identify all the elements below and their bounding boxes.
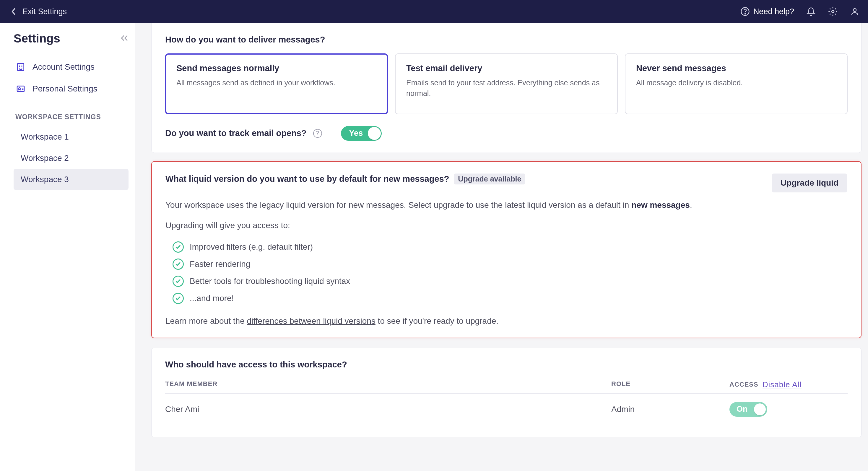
- sidebar-item-workspace-3[interactable]: Workspace 3: [13, 169, 128, 190]
- collapse-sidebar-button[interactable]: [120, 35, 128, 43]
- svg-point-2: [832, 10, 834, 13]
- option-desc: Emails send to your test address. Everyt…: [406, 77, 607, 99]
- liquid-upgrade-card: What liquid version do you want to use b…: [151, 161, 862, 338]
- help-icon: [740, 7, 750, 16]
- benefit-item: Faster rendering: [173, 256, 847, 273]
- deliver-heading: How do you want to deliver messages?: [165, 35, 848, 44]
- upgrade-liquid-button[interactable]: Upgrade liquid: [772, 173, 847, 193]
- benefits-list: Improved filters (e.g. default filter) F…: [173, 238, 847, 307]
- sidebar-item-personal[interactable]: Personal Settings: [13, 80, 128, 98]
- toggle-knob: [368, 127, 381, 140]
- table-header: TEAM MEMBER ROLE ACCESS Disable All: [165, 380, 848, 394]
- benefit-item: Improved filters (e.g. default filter): [173, 238, 847, 256]
- option-desc: All messages send as defined in your wor…: [176, 77, 377, 88]
- deliver-options: Send messages normally All messages send…: [165, 54, 848, 114]
- benefit-text: Faster rendering: [190, 260, 250, 269]
- upgrade-available-badge: Upgrade available: [454, 173, 525, 184]
- th-member: TEAM MEMBER: [165, 380, 611, 389]
- disable-all-link[interactable]: Disable All: [763, 380, 802, 389]
- learn-more-text: Learn more about the differences between…: [165, 316, 847, 326]
- sidebar-item-workspace-2[interactable]: Workspace 2: [13, 147, 128, 169]
- track-opens-label: Do you want to track email opens?: [165, 128, 307, 138]
- svg-point-6: [19, 88, 20, 89]
- benefit-item: Better tools for troubleshooting liquid …: [173, 273, 847, 290]
- notifications-button[interactable]: [806, 6, 816, 16]
- exit-settings-link[interactable]: Exit Settings: [11, 7, 67, 16]
- option-never-send[interactable]: Never send messages All message delivery…: [625, 54, 848, 114]
- option-title: Never send messages: [636, 63, 836, 73]
- check-icon: [173, 241, 184, 253]
- benefit-text: Better tools for troubleshooting liquid …: [190, 276, 350, 286]
- option-send-normally[interactable]: Send messages normally All messages send…: [165, 54, 388, 114]
- sidebar-item-workspace-1[interactable]: Workspace 1: [13, 126, 128, 147]
- sidebar-item-label: Personal Settings: [32, 84, 97, 94]
- sidebar-title: Settings: [13, 32, 60, 45]
- liquid-description: Your workspace uses the legacy liquid ve…: [165, 199, 847, 211]
- user-icon: [850, 7, 859, 16]
- access-card: Who should have access to this workspace…: [151, 348, 862, 437]
- benefit-item: ...and more!: [173, 290, 847, 307]
- table-row: Cher Ami Admin On: [165, 394, 848, 425]
- check-icon: [173, 259, 184, 270]
- svg-point-3: [853, 8, 856, 11]
- main-content: How do you want to deliver messages? Sen…: [135, 23, 868, 471]
- track-opens-toggle[interactable]: Yes: [341, 126, 382, 141]
- toggle-label: Yes: [349, 129, 363, 138]
- profile-button[interactable]: [850, 6, 860, 16]
- sidebar-section-workspace: WORKSPACE SETTINGS: [16, 113, 128, 121]
- option-title: Send messages normally: [176, 63, 377, 73]
- id-card-icon: [16, 84, 25, 94]
- option-test-delivery[interactable]: Test email delivery Emails send to your …: [395, 54, 618, 114]
- need-help-link[interactable]: Need help?: [740, 7, 794, 16]
- track-opens-row: Do you want to track email opens? ? Yes: [165, 126, 848, 141]
- svg-point-1: [745, 13, 745, 14]
- need-help-label: Need help?: [753, 7, 794, 16]
- toggle-knob: [754, 403, 766, 415]
- exit-settings-label: Exit Settings: [23, 7, 67, 16]
- building-icon: [16, 62, 25, 72]
- access-heading: Who should have access to this workspace…: [165, 360, 848, 369]
- gear-icon: [828, 7, 838, 16]
- member-role: Admin: [611, 405, 730, 414]
- check-icon: [173, 276, 184, 287]
- member-access-toggle[interactable]: On: [730, 402, 767, 417]
- th-role: ROLE: [611, 380, 730, 389]
- chevron-left-icon: [11, 7, 17, 15]
- member-name: Cher Ami: [165, 405, 611, 414]
- sidebar-item-label: Account Settings: [32, 62, 95, 72]
- liquid-heading: What liquid version do you want to use b…: [165, 174, 449, 184]
- liquid-sub: Upgrading will give you access to:: [165, 221, 847, 230]
- benefit-text: ...and more!: [190, 294, 234, 303]
- bell-icon: [807, 7, 815, 16]
- th-access: ACCESS Disable All: [730, 380, 848, 389]
- option-title: Test email delivery: [406, 63, 607, 73]
- benefit-text: Improved filters (e.g. default filter): [190, 242, 313, 252]
- deliver-card: How do you want to deliver messages? Sen…: [151, 23, 862, 153]
- settings-button[interactable]: [828, 6, 838, 16]
- topbar-right: Need help?: [740, 6, 860, 16]
- check-icon: [173, 293, 184, 304]
- sidebar: Settings Account Settings Personal Setti…: [0, 23, 135, 471]
- liquid-versions-link[interactable]: differences between liquid versions: [247, 316, 375, 326]
- svg-rect-5: [17, 86, 24, 92]
- topbar: Exit Settings Need help?: [0, 0, 868, 23]
- toggle-label: On: [737, 405, 748, 414]
- option-desc: All message delivery is disabled.: [636, 77, 836, 88]
- chevron-double-left-icon: [120, 35, 128, 42]
- sidebar-item-account[interactable]: Account Settings: [13, 58, 128, 76]
- help-icon[interactable]: ?: [313, 129, 322, 138]
